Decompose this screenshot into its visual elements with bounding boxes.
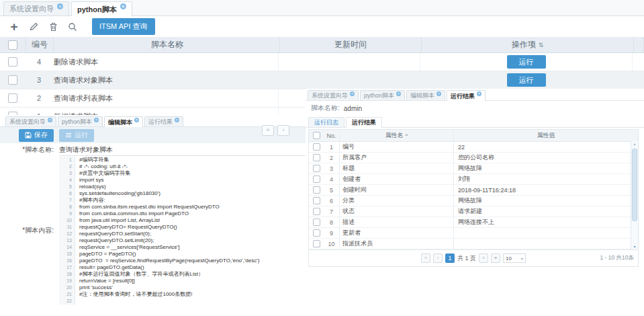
current-page-button[interactable]: 1 [445,253,455,263]
attribute-value-cell [453,239,638,249]
close-icon[interactable]: × [48,118,52,122]
run-script-button[interactable]: 运行 [59,129,94,142]
row-checkbox[interactable] [313,165,320,172]
actions-header-label: 操作项 [512,39,536,50]
row-checkbox[interactable] [313,229,320,237]
close-icon[interactable]: × [57,3,63,9]
close-icon[interactable]: × [477,91,481,96]
row-checkbox[interactable] [313,219,320,226]
result-tab-1[interactable]: python脚本× [360,90,405,100]
main-tab-0[interactable]: 系统设置向导× [3,1,69,15]
table-row[interactable]: 4删除请求脚本运行 [0,53,644,71]
editor-tabbar: 系统设置向导×python脚本×编辑脚本×运行结果× « ‹ [0,115,306,127]
scroll-up-icon[interactable]: ▴ [631,141,638,147]
column-header-attribute-name[interactable]: 属性名 ^ [339,130,453,141]
attribute-row[interactable]: 4创建者刘翔 [309,174,638,185]
next-page-button[interactable]: › [479,253,488,263]
result-inner-tab-1[interactable]: 运行结果 [346,117,382,128]
row-checkbox[interactable] [8,57,17,67]
sort-asc-icon[interactable]: ^ [406,132,408,139]
row-checkbox[interactable] [313,186,320,194]
script-name-row: *脚本名称: 查询请求对象脚本 [0,143,306,157]
result-tab-2[interactable]: 编辑脚本× [406,90,445,100]
row-checkbox[interactable] [313,154,320,161]
editor-tab-0[interactable]: 系统设置向导× [5,116,56,126]
close-icon[interactable]: × [120,3,126,9]
tab-label: 编辑脚本 [410,91,434,100]
row-checkbox-cell [309,174,324,184]
column-header-actions[interactable]: 操作项 ⇅ [422,37,634,52]
close-icon[interactable]: × [94,118,99,122]
close-icon[interactable]: × [134,118,139,122]
run-button[interactable]: 运行 [507,73,546,87]
scroll-tabs-first-icon[interactable]: « [262,125,274,136]
result-inner-tab-0[interactable]: 运行日志 [308,117,344,127]
last-page-button[interactable]: » [491,253,500,263]
attribute-name-cell: 所属客户 [339,153,453,163]
line-number: 2 [59,163,72,170]
scroll-thumb[interactable] [632,149,637,221]
scrollbar[interactable]: ▴ ▾ [631,141,638,250]
select-all-checkbox[interactable] [313,132,320,139]
row-checkbox[interactable] [313,175,320,183]
attribute-row[interactable]: 7状态请求新建 [309,206,638,217]
row-checkbox-cell [309,228,324,238]
attribute-value-cell: 2018-09-11T16:24:18 [453,185,638,195]
code-line: #设置中文编码字符集 [79,170,259,177]
attribute-row[interactable]: 2所属客户您的公司名称 [309,153,638,163]
page-size-select[interactable]: 10 ▾ [503,253,526,263]
editor-tab-2[interactable]: 编辑脚本× [104,116,143,127]
add-icon[interactable]: + [9,22,19,32]
attribute-name-cell: 状态 [339,206,453,216]
attribute-row[interactable]: 9更新者 [309,228,638,239]
attribute-row[interactable]: 5创建时间2018-09-11T16:24:18 [309,185,638,196]
row-checkbox[interactable] [313,208,320,215]
first-page-button[interactable]: « [421,253,430,263]
sort-icon[interactable]: ⇅ [539,42,544,48]
delete-icon[interactable] [48,22,58,32]
code-line: # -*- coding: utf-8 -*- [79,163,259,170]
row-checkbox[interactable] [313,197,320,204]
search-icon[interactable] [67,22,78,32]
result-script-name-value: admin [344,105,362,112]
select-all-checkbox[interactable] [8,40,17,50]
edit-script-window: 系统设置向导×python脚本×编辑脚本×运行结果× « ‹ 保存 运行 *脚本… [0,115,306,316]
code-editor[interactable]: 12345678910111213141516171819202122 #编码字… [59,157,306,305]
attribute-row[interactable]: 1编号22 [309,142,638,153]
attribute-name-cell: 创建时间 [339,185,453,195]
line-number: 4 [59,177,72,184]
scroll-tabs-prev-icon[interactable]: ‹ [277,125,289,136]
row-number-cell: 7 [324,206,339,216]
run-result-window: 系统设置向导×python脚本×编辑脚本×运行结果× 脚本名称: admin 运… [306,89,644,266]
save-button[interactable]: 保存 [19,129,54,142]
editor-tab-1[interactable]: python脚本× [58,116,103,126]
editor-tab-3[interactable]: 运行结果× [144,116,183,126]
row-checkbox[interactable] [8,75,17,85]
updated-time-cell [279,53,420,71]
code-line: reload(sys) [79,184,259,190]
close-icon[interactable]: × [436,91,441,96]
result-tab-0[interactable]: 系统设置向导× [308,90,359,100]
attribute-row[interactable]: 6分类网络故障 [309,196,638,206]
attribute-row[interactable]: 10指派技术员 [309,239,638,249]
attribute-row[interactable]: 3标题网络故障 [309,163,638,174]
result-tab-3[interactable]: 运行结果× [447,90,486,101]
line-number: 13 [59,237,72,244]
close-icon[interactable]: × [350,91,355,96]
run-button[interactable]: 运行 [507,55,546,69]
row-checkbox[interactable] [313,143,320,151]
close-icon[interactable]: × [396,91,401,96]
edit-icon[interactable] [28,22,39,32]
main-tab-1[interactable]: python脚本× [71,1,132,16]
table-row[interactable]: 3查询请求对象脚本运行 [0,71,644,89]
script-name-input[interactable]: 查询请求对象脚本 [59,144,306,156]
attribute-row[interactable]: 8描述网络连接不上 [309,217,638,228]
itsm-api-query-button[interactable]: ITSM API 查询 [92,18,155,35]
row-checkbox[interactable] [8,93,17,103]
attribute-value-cell [453,228,638,238]
run-button-label: 运行 [75,130,88,140]
row-checkbox[interactable] [313,240,320,247]
line-number: 15 [59,251,72,258]
close-icon[interactable]: × [175,118,179,122]
prev-page-button[interactable]: ‹ [433,253,443,263]
